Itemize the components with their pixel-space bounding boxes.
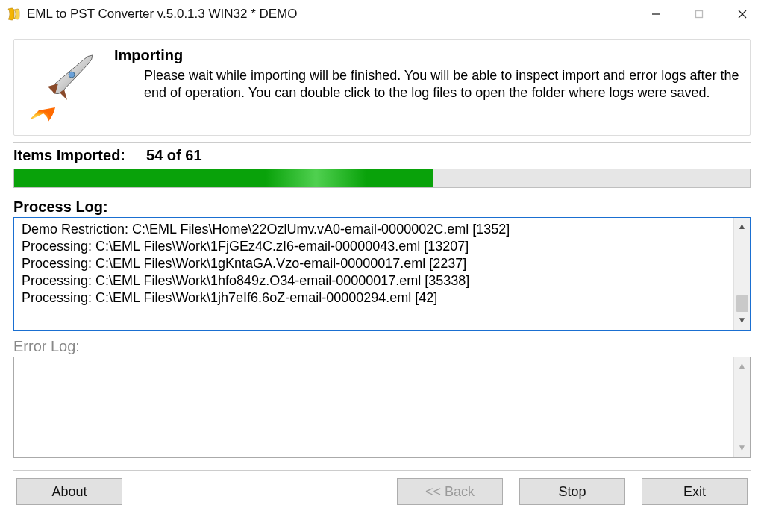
button-row: About << Back Stop Exit [13, 478, 751, 505]
scroll-up-icon[interactable]: ▲ [738, 221, 747, 233]
about-button[interactable]: About [16, 478, 122, 505]
log-line: Processing: C:\EML Files\Work\1FjGEz4C.z… [22, 238, 732, 255]
app-icon [6, 7, 21, 22]
svg-rect-1 [696, 10, 703, 17]
rocket-icon [19, 46, 107, 128]
progress-bar [13, 169, 751, 188]
back-button: << Back [397, 478, 503, 505]
log-line: Processing: C:\EML Files\Work\1gKntaGA.V… [22, 255, 732, 272]
exit-button[interactable]: Exit [642, 478, 748, 505]
minimize-button[interactable] [634, 0, 677, 28]
window-title: EML to PST Converter v.5.0.1.3 WIN32 * D… [27, 7, 297, 22]
svg-point-4 [69, 72, 75, 78]
process-log-box[interactable]: Demo Restriction: C:\EML Files\Home\22Oz… [13, 217, 751, 331]
error-log-box[interactable]: ▲ ▼ [13, 357, 751, 458]
titlebar: EML to PST Converter v.5.0.1.3 WIN32 * D… [0, 0, 764, 28]
log-line: Processing: C:\EML Files\Work\1hfo849z.O… [22, 272, 732, 290]
banner: Importing Please wait while importing wi… [13, 39, 751, 136]
items-imported-label: Items Imported: [13, 147, 125, 164]
scroll-down-icon[interactable]: ▼ [738, 315, 747, 327]
error-log-label: Error Log: [13, 338, 751, 355]
divider [13, 470, 751, 471]
banner-description: Please wait while importing will be fini… [114, 67, 742, 102]
progress-fill [14, 169, 433, 187]
process-log-scrollbar[interactable]: ▲ ▼ [733, 218, 750, 330]
scroll-thumb[interactable] [736, 295, 748, 312]
items-imported-value: 54 of 61 [146, 147, 201, 164]
scroll-down-icon: ▼ [738, 442, 747, 454]
process-log-label: Process Log: [13, 198, 751, 216]
banner-heading: Importing [114, 47, 742, 64]
divider [13, 142, 751, 143]
error-log-scrollbar: ▲ ▼ [733, 357, 750, 457]
scroll-up-icon: ▲ [738, 360, 747, 372]
stop-button[interactable]: Stop [519, 478, 625, 505]
log-line: Processing: C:\EML Files\Work\1jh7eIf6.6… [22, 290, 732, 307]
maximize-button [677, 0, 721, 28]
close-button[interactable] [721, 0, 764, 28]
log-line: Demo Restriction: C:\EML Files\Home\22Oz… [22, 221, 732, 238]
